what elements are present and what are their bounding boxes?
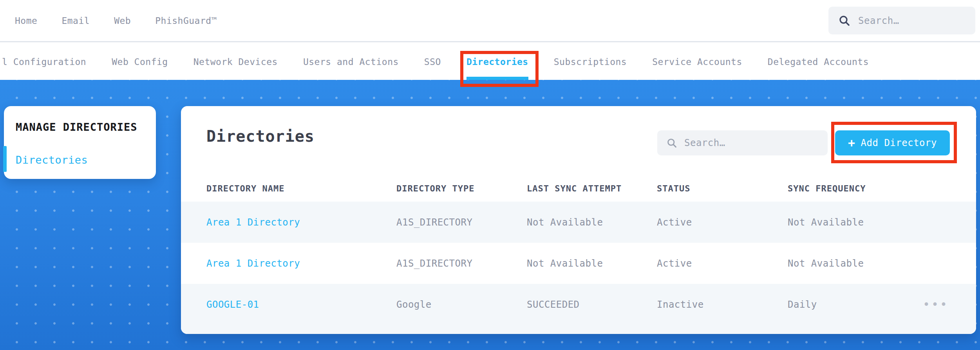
active-tab-underline — [466, 77, 528, 80]
table-row: GOOGLE-01GoogleSUCCEEDEDInactiveDaily••• — [181, 284, 976, 334]
column-header-status: STATUS — [657, 184, 788, 193]
add-directory-button[interactable]: + Add Directory — [835, 130, 950, 155]
cell-directory-type: A1S_DIRECTORY — [396, 258, 527, 269]
tab-label: Subscriptions — [554, 57, 627, 67]
column-header-directory-name: DIRECTORY NAME — [206, 184, 396, 193]
app-screen: HomeEmailWebPhishGuard™ l ConfigurationW… — [0, 0, 980, 350]
card-title: MANAGE DIRECTORIES — [16, 121, 137, 133]
tab-subscriptions[interactable]: Subscriptions — [554, 43, 627, 80]
directories-table: DIRECTORY NAMEDIRECTORY TYPELAST SYNC AT… — [181, 175, 976, 334]
page-title: Directories — [206, 127, 315, 145]
tab-label: Service Accounts — [652, 57, 742, 67]
directories-search[interactable] — [657, 130, 828, 155]
tab-label: Web Config — [112, 57, 168, 67]
nav-web[interactable]: Web — [114, 16, 131, 26]
global-search-input[interactable] — [857, 15, 941, 27]
tab-directories[interactable]: Directories — [466, 43, 528, 80]
nav-phishguard[interactable]: PhishGuard™ — [155, 16, 217, 26]
cell-status: Active — [657, 217, 788, 228]
manage-directories-card: MANAGE DIRECTORIES Directories — [4, 106, 156, 179]
directory-link[interactable]: Area 1 Directory — [206, 258, 396, 269]
nav-email[interactable]: Email — [61, 16, 90, 26]
cell-sync-frequency: Daily — [788, 299, 923, 310]
nav-home[interactable]: Home — [15, 16, 37, 26]
search-icon — [839, 15, 850, 27]
row-actions-cell: ••• — [923, 284, 976, 325]
table-row: Area 1 DirectoryA1S_DIRECTORYNot Availab… — [181, 243, 976, 284]
global-search[interactable] — [828, 7, 975, 34]
tab-label: Delegated Accounts — [768, 57, 869, 67]
plus-icon: + — [848, 137, 855, 149]
table-row: Area 1 DirectoryA1S_DIRECTORYNot Availab… — [181, 202, 976, 243]
table-header-row: DIRECTORY NAMEDIRECTORY TYPELAST SYNC AT… — [181, 175, 976, 202]
secondary-nav: l ConfigurationWeb ConfigNetwork Devices… — [0, 43, 980, 80]
row-actions-cell — [923, 202, 976, 243]
tab-label: Users and Actions — [303, 57, 399, 67]
tab-sso[interactable]: SSO — [424, 43, 441, 80]
cell-last-sync-attempt: Not Available — [527, 217, 657, 228]
cell-status: Inactive — [657, 299, 788, 310]
column-header-directory-type: DIRECTORY TYPE — [396, 184, 527, 193]
cell-sync-frequency: Not Available — [788, 258, 923, 269]
tab-label: SSO — [424, 57, 441, 67]
cell-last-sync-attempt: SUCCEEDED — [527, 299, 657, 310]
column-header-last-sync-attempt: LAST SYNC ATTEMPT — [527, 184, 657, 193]
tab-web-config[interactable]: Web Config — [112, 43, 168, 80]
sidebar-item-label: Directories — [16, 154, 88, 166]
directory-link[interactable]: Area 1 Directory — [206, 217, 396, 228]
directory-link[interactable]: GOOGLE-01 — [206, 299, 396, 310]
tab-service-accounts[interactable]: Service Accounts — [652, 43, 742, 80]
directories-panel: Directories + Add Directory DIRECTORY NA… — [181, 106, 976, 334]
tab-users-and-actions[interactable]: Users and Actions — [303, 43, 399, 80]
add-directory-label: Add Directory — [861, 137, 937, 148]
directories-search-input[interactable] — [683, 137, 782, 149]
cell-sync-frequency: Not Available — [788, 217, 923, 228]
ellipsis-icon[interactable]: ••• — [923, 299, 949, 310]
cell-last-sync-attempt: Not Available — [527, 258, 657, 269]
cell-status: Active — [657, 258, 788, 269]
column-header-sync-frequency: SYNC FREQUENCY — [788, 184, 923, 193]
primary-nav-links: HomeEmailWebPhishGuard™ — [15, 0, 217, 41]
active-item-indicator — [3, 146, 7, 172]
tab-l-configuration[interactable]: l Configuration — [2, 43, 86, 80]
tab-label: l Configuration — [2, 57, 86, 67]
table-body: Area 1 DirectoryA1S_DIRECTORYNot Availab… — [181, 202, 976, 334]
cell-directory-type: A1S_DIRECTORY — [396, 217, 527, 228]
cell-directory-type: Google — [396, 299, 527, 310]
tab-label: Directories — [466, 57, 528, 67]
search-icon — [667, 138, 677, 148]
primary-nav: HomeEmailWebPhishGuard™ — [0, 0, 980, 42]
sidebar-item-directories[interactable]: Directories — [4, 148, 156, 171]
tab-delegated-accounts[interactable]: Delegated Accounts — [768, 43, 869, 80]
tab-network-devices[interactable]: Network Devices — [193, 43, 278, 80]
tab-label: Network Devices — [193, 57, 278, 67]
row-actions-cell — [923, 243, 976, 284]
